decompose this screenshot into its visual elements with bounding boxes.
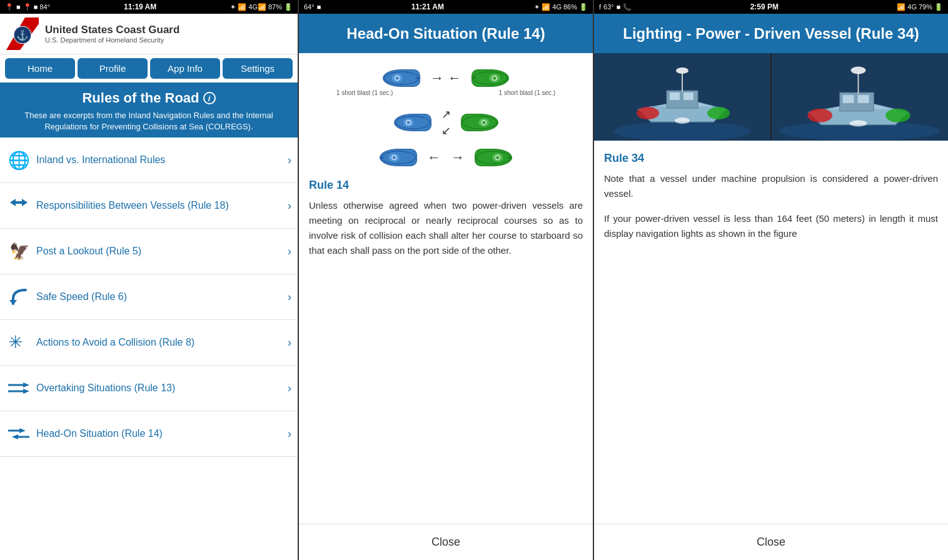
- svg-marker-11: [23, 382, 29, 388]
- svg-point-54: [676, 68, 688, 74]
- svg-text:✳: ✳: [8, 332, 23, 352]
- rule-34-label: Rule 34: [604, 152, 938, 165]
- globe-icon: 🌐: [5, 146, 33, 174]
- battery-2: 86%: [563, 3, 577, 11]
- blast-label-left: 1 short blast (1 sec.): [336, 89, 393, 96]
- app-header: ⚓ United States Coast Guard U.S. Departm…: [0, 14, 298, 54]
- svg-point-57: [675, 118, 690, 124]
- temp-2: 64°: [304, 3, 315, 11]
- rules-title-text: Rules of the Road: [82, 90, 199, 106]
- close-button-2[interactable]: Close: [406, 532, 485, 552]
- svg-point-35: [482, 121, 485, 124]
- location-icon: 📍: [5, 3, 14, 11]
- wifi-icon: 📶: [238, 3, 246, 11]
- svg-text:🦅: 🦅: [9, 241, 30, 261]
- uscg-logo: ⚓: [6, 18, 39, 50]
- svg-rect-6: [15, 201, 23, 204]
- head-on-icon: [5, 420, 33, 448]
- rule-label-responsibilities: Responsibilities Between Vessels (Rule 1…: [36, 199, 284, 212]
- rule-label-lookout: Post a Lookout (Rule 5): [36, 245, 284, 258]
- close-button-3[interactable]: Close: [732, 532, 810, 552]
- rules-title: Rules of the Road i: [6, 90, 291, 106]
- svg-rect-64: [858, 95, 869, 103]
- svg-point-47: [613, 121, 751, 141]
- screen-icon-2: ■: [317, 3, 321, 11]
- rule-34-content: Rule 34 Note that a vessel under machine…: [594, 141, 948, 524]
- chevron-right-icon-6: ›: [288, 382, 291, 395]
- chevron-right-icon: ›: [288, 154, 291, 167]
- home-button[interactable]: Home: [5, 58, 75, 79]
- list-item-inland[interactable]: 🌐 Inland vs. International Rules ›: [0, 138, 298, 183]
- svg-marker-13: [23, 389, 29, 394]
- rule-label-collision: Actions to Avoid a Collision (Rule 8): [36, 336, 284, 349]
- svg-point-21: [396, 77, 399, 80]
- svg-point-55: [637, 107, 659, 119]
- svg-point-66: [851, 67, 866, 74]
- profile-button[interactable]: Profile: [78, 58, 148, 79]
- vessel-green-2: [461, 114, 498, 131]
- wifi-icon-2: 📶: [542, 3, 550, 11]
- status-right-1: ✶ 📶 4G📶 87% 🔋: [230, 3, 293, 11]
- svg-marker-8: [9, 300, 17, 305]
- vessel-diagram-2: [772, 53, 948, 141]
- svg-point-69: [850, 121, 867, 127]
- status-bar-2: 64° ■ 11:21 AM ✶ 📶 4G 86% 🔋: [299, 0, 593, 14]
- vessel-blue-1: [383, 69, 420, 87]
- modal-header-head-on: Head-On Situation (Rule 14): [299, 14, 593, 53]
- turn-icon: [5, 283, 33, 311]
- rule-label-overtaking: Overtaking Situations (Rule 13): [36, 382, 284, 395]
- vessel-blue-2: [394, 114, 431, 131]
- wifi-icon-3: 📶: [897, 3, 905, 11]
- list-item-safe-speed[interactable]: Safe Speed (Rule 6) ›: [0, 274, 298, 320]
- svg-point-26: [493, 77, 496, 80]
- list-item-head-on[interactable]: Head-On Situation (Rule 14) ›: [0, 411, 298, 457]
- vessel-green-3: [475, 149, 512, 166]
- chevron-right-icon-3: ›: [288, 245, 291, 258]
- clock-2: 11:21 AM: [411, 2, 444, 11]
- info-icon[interactable]: i: [203, 92, 216, 104]
- temp-3: 63°: [603, 3, 614, 11]
- battery-3: 79%: [919, 3, 932, 11]
- svg-point-31: [406, 121, 410, 124]
- panel3-lighting-modal: f 63° ■ 📞 2:59 PM 📶 4G 79% 🔋 Lighting - …: [594, 0, 948, 560]
- rules-subtitle: These are excerpts from the Inland Navig…: [6, 110, 291, 132]
- chevron-right-icon-4: ›: [288, 291, 291, 304]
- rule-14-text: Unless otherwise agreed when two power-d…: [309, 198, 583, 258]
- battery-display: 87%: [268, 3, 282, 11]
- battery-icon: 🔋: [284, 3, 293, 11]
- chevron-right-icon-2: ›: [288, 199, 291, 212]
- svg-point-44: [496, 156, 499, 159]
- phone-icon: 📞: [623, 3, 632, 11]
- rules-list: 🌐 Inland vs. International Rules › Respo…: [0, 138, 298, 560]
- app-info-button[interactable]: App Info: [150, 58, 220, 79]
- list-item-collision[interactable]: ✳ Actions to Avoid a Collision (Rule 8) …: [0, 320, 298, 366]
- svg-marker-15: [19, 428, 26, 433]
- temp-display: 📍 ■ 84°: [23, 3, 50, 11]
- diagram-area: → ←: [309, 63, 583, 176]
- modal-content-head-on: → ←: [299, 53, 593, 524]
- svg-point-67: [807, 109, 832, 122]
- clock-1: 11:19 AM: [124, 2, 156, 11]
- modal-footer-3: Close: [594, 524, 948, 560]
- rule-label-safe-speed: Safe Speed (Rule 6): [36, 291, 284, 304]
- panel2-head-on-modal: 64° ■ 11:21 AM ✶ 📶 4G 86% 🔋 Head-On Situ…: [298, 0, 594, 560]
- svg-marker-4: [10, 199, 16, 206]
- status-left-1: 📍 ■ 📍 ■ 84°: [5, 3, 50, 11]
- list-item-overtaking[interactable]: Overtaking Situations (Rule 13) ›: [0, 366, 298, 411]
- vessel-icon: [5, 192, 33, 219]
- clock-3: 2:59 PM: [750, 2, 779, 11]
- overtaking-icon: [5, 374, 33, 402]
- screen-icon-3: ■: [617, 3, 621, 11]
- rule-34-text-2: If your power-driven vessel is less than…: [604, 211, 938, 241]
- screenshot-icon: ■: [16, 3, 21, 11]
- rule-34-text-1: Note that a vessel under machine propuls…: [604, 171, 938, 201]
- rule-14-label: Rule 14: [309, 179, 583, 192]
- list-item-lookout[interactable]: 🦅 Post a Lookout (Rule 5) ›: [0, 229, 298, 274]
- vessel-diagram-1: [594, 53, 770, 141]
- svg-marker-5: [22, 199, 28, 206]
- status-bar-3: f 63° ■ 📞 2:59 PM 📶 4G 79% 🔋: [594, 0, 948, 14]
- vessel-blue-3: [380, 149, 417, 166]
- settings-button[interactable]: Settings: [223, 58, 293, 79]
- list-item-responsibilities[interactable]: Responsibilities Between Vessels (Rule 1…: [0, 183, 298, 229]
- rule-label-inland: Inland vs. International Rules: [36, 154, 284, 167]
